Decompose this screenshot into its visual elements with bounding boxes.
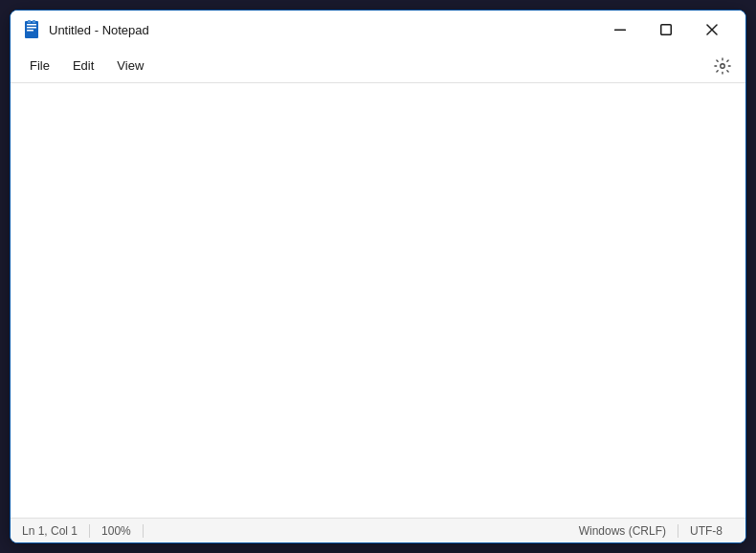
close-icon: [706, 24, 718, 35]
status-bar: Ln 1, Col 1 100% Windows (CRLF) UTF-8: [11, 518, 745, 542]
title-bar: Untitled - Notepad: [11, 11, 745, 49]
menu-edit[interactable]: Edit: [61, 55, 105, 77]
gear-icon: [714, 57, 731, 75]
svg-rect-2: [27, 27, 36, 29]
svg-rect-4: [28, 20, 31, 23]
text-editor[interactable]: [11, 83, 745, 518]
maximize-icon: [660, 24, 672, 35]
svg-rect-5: [33, 20, 35, 23]
svg-rect-7: [661, 25, 672, 35]
window-title: Untitled - Notepad: [49, 23, 149, 37]
cursor-position: Ln 1, Col 1: [22, 524, 90, 538]
app-icon: [22, 20, 41, 39]
maximize-button[interactable]: [644, 14, 688, 45]
minimize-button[interactable]: [598, 14, 642, 45]
svg-rect-1: [27, 24, 36, 26]
line-ending: Windows (CRLF): [567, 524, 678, 538]
encoding: UTF-8: [678, 524, 734, 538]
zoom-level: 100%: [90, 524, 144, 538]
menu-bar-right: [707, 51, 738, 81]
svg-rect-3: [27, 30, 33, 32]
close-button[interactable]: [690, 14, 734, 45]
notepad-window: Untitled - Notepad File Edi: [10, 10, 746, 543]
notepad-icon-svg: [22, 20, 41, 39]
menu-view[interactable]: View: [105, 55, 155, 77]
settings-button[interactable]: [707, 51, 738, 81]
menu-bar: File Edit View: [11, 49, 745, 83]
title-bar-left: Untitled - Notepad: [22, 20, 598, 39]
title-bar-controls: [598, 14, 734, 45]
editor-area: [11, 83, 745, 518]
menu-file[interactable]: File: [18, 55, 61, 77]
minimize-icon: [614, 24, 626, 35]
svg-rect-6: [614, 30, 626, 32]
